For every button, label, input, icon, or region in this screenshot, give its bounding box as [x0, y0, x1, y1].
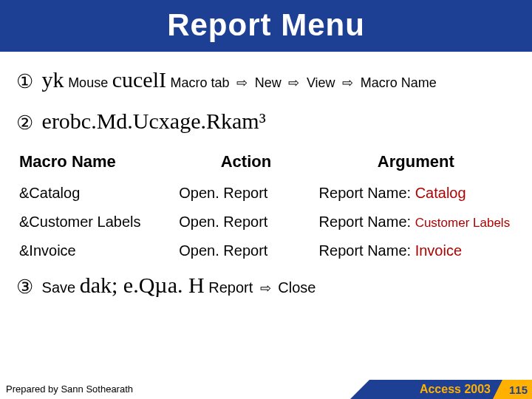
arg-value: Invoice: [415, 242, 462, 259]
step-1-text-c: cucelI: [112, 67, 166, 92]
footer-page-number: 115: [509, 383, 528, 396]
arrow-icon: ⇨: [339, 75, 356, 90]
cell-action: Open. Report: [176, 236, 316, 265]
cell-action: Open. Report: [176, 208, 316, 236]
arrow-icon: ⇨: [285, 75, 302, 90]
cell-argument: Report Name: Customer Labels: [316, 208, 516, 236]
cell-action: Open. Report: [176, 179, 316, 208]
step-3-report: Report: [208, 279, 253, 296]
slide: Report Menu ① yk Mouse cucelI Macro tab …: [0, 0, 532, 399]
col-header-action: Action: [176, 148, 316, 179]
step-1: ① yk Mouse cucelI Macro tab ⇨ New ⇨ View…: [16, 65, 516, 95]
step-3-mid: dak; e.Qµa. H: [80, 273, 205, 297]
slide-title: Report Menu: [0, 7, 532, 43]
step-1-text-d: Macro tab: [171, 75, 230, 90]
step-2: ② erobc.Md.Ucxage.Rkam³: [16, 106, 516, 136]
table-row: &Catalog Open. Report Report Name: Catal…: [16, 179, 516, 208]
cell-macro-name: &Customer Labels: [16, 208, 176, 236]
step-1-text-b: Mouse: [68, 75, 108, 90]
arrow-icon: ⇨: [233, 75, 250, 90]
col-header-macro-name: Macro Name: [16, 148, 176, 179]
title-bar: Report Menu: [0, 0, 532, 52]
footer-prepared-by: Prepared by Sann Sothearath: [6, 383, 133, 395]
cell-macro-name: &Invoice: [16, 236, 176, 265]
step-1-seq-0: New: [255, 75, 282, 90]
step-3-number: ③: [16, 276, 33, 298]
content-area: ① yk Mouse cucelI Macro tab ⇨ New ⇨ View…: [0, 52, 532, 299]
footer-page-badge: 115: [502, 380, 532, 399]
step-1-text-a: yk: [42, 67, 64, 92]
step-1-seq-1: View: [307, 75, 335, 90]
step-3-save: Save: [42, 279, 76, 296]
table-row: &Invoice Open. Report Report Name: Invoi…: [16, 236, 516, 265]
step-1-seq-2: Macro Name: [361, 75, 437, 90]
step-3-close: Close: [278, 279, 316, 296]
cell-argument: Report Name: Catalog: [316, 179, 516, 208]
arg-value: Customer Labels: [415, 216, 511, 230]
step-2-number: ②: [16, 112, 33, 134]
arg-label: Report Name:: [319, 214, 412, 230]
arrow-icon: ⇨: [257, 281, 274, 296]
macro-table: Macro Name Action Argument &Catalog Open…: [16, 148, 516, 265]
cell-macro-name: &Catalog: [16, 179, 176, 208]
footer: Prepared by Sann Sothearath Access 2003 …: [0, 377, 532, 399]
arg-label: Report Name:: [319, 242, 412, 259]
cell-argument: Report Name: Invoice: [316, 236, 516, 265]
step-1-number: ①: [16, 71, 33, 92]
footer-app-name: Access 2003: [420, 383, 491, 396]
step-3: ③ Save dak; e.Qµa. H Report ⇨ Close: [16, 273, 516, 299]
arg-label: Report Name:: [319, 185, 412, 201]
step-2-text: erobc.Md.Ucxage.Rkam³: [42, 109, 266, 133]
table-header-row: Macro Name Action Argument: [16, 148, 516, 179]
table-row: &Customer Labels Open. Report Report Nam…: [16, 208, 516, 236]
col-header-argument: Argument: [316, 148, 516, 179]
arg-value: Catalog: [415, 185, 466, 201]
